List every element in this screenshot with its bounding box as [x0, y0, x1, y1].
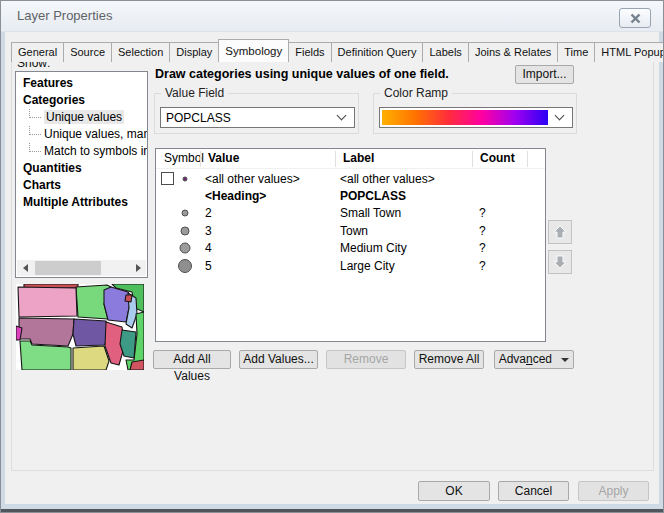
table-rows: <all other values> <all other values> <H…	[156, 170, 545, 274]
arrow-down-icon	[552, 254, 568, 270]
move-up-button[interactable]	[548, 220, 572, 244]
arrow-up-icon	[552, 224, 568, 240]
column-divider	[200, 151, 201, 167]
remove-all-button[interactable]: Remove All	[414, 350, 484, 369]
import-button[interactable]: Import...	[515, 65, 574, 84]
remove-button[interactable]: Remove	[326, 350, 406, 369]
close-icon	[630, 13, 641, 24]
tree-elbow-icon	[29, 109, 41, 118]
value-field-value: POPCLASS	[161, 111, 338, 125]
column-divider	[335, 151, 336, 167]
tab-time[interactable]: Time	[557, 42, 595, 62]
tab-joins-relates[interactable]: Joins & Relates	[468, 42, 558, 62]
tab-labels[interactable]: Labels	[422, 42, 468, 62]
table-row[interactable]: <all other values> <all other values>	[156, 170, 545, 187]
window-title: Layer Properties	[17, 1, 112, 31]
cancel-button[interactable]: Cancel	[498, 481, 569, 501]
tab-html-popup[interactable]: HTML Popup	[594, 42, 664, 62]
color-ramp-group: Color Ramp	[373, 93, 577, 134]
tree-horizontal-scrollbar[interactable]	[17, 260, 146, 276]
symbol-dot-icon[interactable]	[181, 226, 190, 235]
instruction-text: Draw categories using unique values of o…	[155, 67, 449, 81]
scroll-right-icon[interactable]	[130, 260, 146, 276]
categories-table: Symbol Value Label Count <all other valu…	[155, 148, 546, 342]
tab-symbology[interactable]: Symbology	[218, 39, 289, 62]
apply-button[interactable]: Apply	[578, 481, 649, 501]
symbol-dot-icon[interactable]	[183, 176, 188, 181]
all-other-values-checkbox[interactable]	[161, 172, 174, 185]
tree-item-categories[interactable]: Categories	[16, 92, 147, 109]
value-field-label: Value Field	[161, 86, 228, 100]
table-row[interactable]: 2 Small Town ?	[156, 205, 545, 222]
tab-display[interactable]: Display	[169, 42, 219, 62]
table-header: Symbol Value Label Count	[156, 149, 545, 169]
dropdown-caret-icon	[561, 358, 569, 362]
column-symbol[interactable]: Symbol	[164, 151, 204, 165]
table-row-heading[interactable]: <Heading> POPCLASS	[156, 187, 545, 204]
tab-source[interactable]: Source	[63, 42, 112, 62]
symbol-dot-icon[interactable]	[178, 259, 192, 273]
tree-item-quantities[interactable]: Quantities	[16, 160, 147, 177]
layer-properties-dialog: Layer Properties General Source Selectio…	[0, 0, 664, 513]
table-row[interactable]: 5 Large City ?	[156, 257, 545, 274]
column-divider	[472, 151, 473, 167]
tree-item-features[interactable]: Features	[16, 75, 147, 92]
tree-elbow-icon	[29, 126, 41, 135]
show-tree: Features Categories Unique values Unique…	[15, 71, 148, 278]
scrollbar-thumb[interactable]	[35, 261, 101, 275]
column-label[interactable]: Label	[343, 151, 374, 165]
tree-item-multiple-attributes[interactable]: Multiple Attributes	[16, 194, 147, 211]
tree-item-match-symbols[interactable]: Match to symbols in a	[16, 143, 147, 160]
tab-definition-query[interactable]: Definition Query	[331, 42, 424, 62]
table-row[interactable]: 4 Medium City ?	[156, 240, 545, 257]
symbol-dot-icon[interactable]	[182, 210, 189, 217]
chevron-down-icon	[555, 111, 565, 121]
tree-elbow-icon	[29, 143, 41, 152]
value-field-dropdown[interactable]: POPCLASS	[160, 107, 355, 128]
table-row[interactable]: 3 Town ?	[156, 222, 545, 239]
tree-item-unique-values-many[interactable]: Unique values, many	[16, 126, 147, 143]
advanced-button[interactable]: Advanced	[494, 350, 574, 369]
tree-item-charts[interactable]: Charts	[16, 177, 147, 194]
value-field-group: Value Field POPCLASS	[154, 93, 359, 134]
close-button[interactable]	[619, 8, 651, 28]
column-value[interactable]: Value	[208, 151, 239, 165]
color-ramp-label: Color Ramp	[380, 86, 452, 100]
tree-item-unique-values[interactable]: Unique values	[16, 109, 147, 126]
tab-strip: General Source Selection Display Symbolo…	[11, 39, 664, 62]
move-down-button[interactable]	[548, 250, 572, 274]
tab-general[interactable]: General	[11, 42, 64, 62]
color-ramp-swatch	[382, 110, 548, 125]
color-ramp-dropdown[interactable]	[379, 107, 573, 128]
column-count[interactable]: Count	[480, 151, 515, 165]
tab-fields[interactable]: Fields	[288, 42, 331, 62]
column-divider	[527, 151, 528, 167]
chevron-down-icon	[337, 111, 347, 121]
add-all-values-button[interactable]: Add All Values	[153, 350, 231, 369]
title-bar: Layer Properties	[1, 1, 663, 32]
add-values-button[interactable]: Add Values...	[239, 350, 318, 369]
map-preview	[16, 284, 144, 370]
scroll-left-icon[interactable]	[17, 260, 33, 276]
ok-button[interactable]: OK	[418, 481, 490, 501]
tab-selection[interactable]: Selection	[111, 42, 170, 62]
symbol-dot-icon[interactable]	[180, 243, 191, 254]
